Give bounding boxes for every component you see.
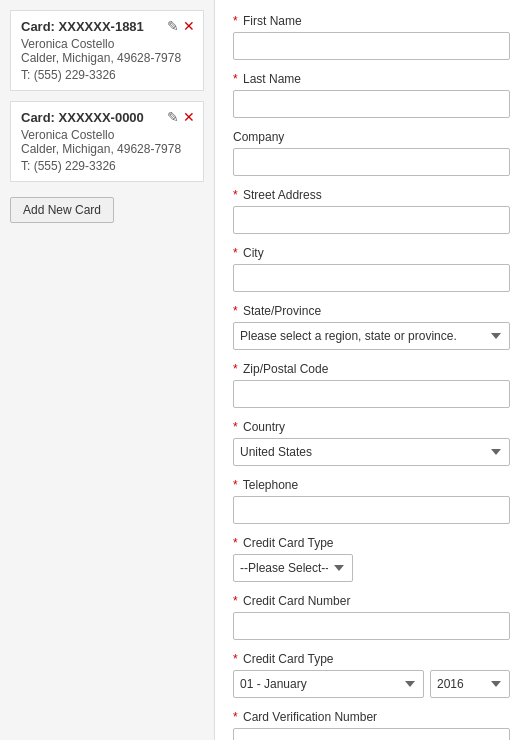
zip-input[interactable]	[233, 380, 510, 408]
expiry-row: 01 - January 02 - February 03 - March 04…	[233, 670, 510, 698]
credit-card-type-group: * Credit Card Type --Please Select-- Vis…	[233, 536, 510, 582]
credit-card-type-select[interactable]: --Please Select-- Visa MasterCard Americ…	[233, 554, 353, 582]
state-province-label: * State/Province	[233, 304, 510, 318]
card-item: Card: XXXXXX-0000 Veronica Costello Cald…	[10, 101, 204, 182]
card-item: Card: XXXXXX-1881 Veronica Costello Cald…	[10, 10, 204, 91]
last-name-label: * Last Name	[233, 72, 510, 86]
city-label: * City	[233, 246, 510, 260]
cvv-label: * Card Verification Number	[233, 710, 510, 724]
required-star: *	[233, 362, 238, 376]
street-address-group: * Street Address	[233, 188, 510, 234]
street-address-input[interactable]	[233, 206, 510, 234]
company-input[interactable]	[233, 148, 510, 176]
telephone-label: * Telephone	[233, 478, 510, 492]
expiry-month-select[interactable]: 01 - January 02 - February 03 - March 04…	[233, 670, 424, 698]
expiry-group: * Credit Card Type 01 - January 02 - Feb…	[233, 652, 510, 698]
state-province-select[interactable]: Please select a region, state or provinc…	[233, 322, 510, 350]
country-label: * Country	[233, 420, 510, 434]
required-star: *	[233, 304, 238, 318]
card-phone: T: (555) 229-3326	[21, 159, 193, 173]
street-address-label: * Street Address	[233, 188, 510, 202]
add-new-card-button[interactable]: Add New Card	[10, 197, 114, 223]
required-star: *	[233, 652, 238, 666]
card-actions: ✎ ✕	[167, 19, 195, 33]
zip-label: * Zip/Postal Code	[233, 362, 510, 376]
city-input[interactable]	[233, 264, 510, 292]
card-address: Calder, Michigan, 49628-7978	[21, 51, 193, 65]
country-select[interactable]: United States Canada United Kingdom Aust…	[233, 438, 510, 466]
card-holder-name: Veronica Costello	[21, 128, 193, 142]
credit-card-type-select-wrapper: --Please Select-- Visa MasterCard Americ…	[233, 554, 510, 582]
card-holder-name: Veronica Costello	[21, 37, 193, 51]
last-name-input[interactable]	[233, 90, 510, 118]
required-star: *	[233, 536, 238, 550]
required-star: *	[233, 594, 238, 608]
country-group: * Country United States Canada United Ki…	[233, 420, 510, 466]
cvv-group: * Card Verification Number	[233, 710, 510, 740]
credit-card-number-group: * Credit Card Number	[233, 594, 510, 640]
expiry-label: * Credit Card Type	[233, 652, 510, 666]
card-actions: ✎ ✕	[167, 110, 195, 124]
city-group: * City	[233, 246, 510, 292]
credit-card-number-input[interactable]	[233, 612, 510, 640]
edit-card-button[interactable]: ✎	[167, 19, 179, 33]
zip-group: * Zip/Postal Code	[233, 362, 510, 408]
company-group: Company	[233, 130, 510, 176]
company-label: Company	[233, 130, 510, 144]
first-name-group: * First Name	[233, 14, 510, 60]
last-name-group: * Last Name	[233, 72, 510, 118]
required-star: *	[233, 420, 238, 434]
required-star: *	[233, 710, 238, 724]
delete-card-button[interactable]: ✕	[183, 19, 195, 33]
required-star: *	[233, 246, 238, 260]
form-panel: * First Name * Last Name Company * Stree…	[215, 0, 528, 740]
credit-card-type-label: * Credit Card Type	[233, 536, 510, 550]
card-phone: T: (555) 229-3326	[21, 68, 193, 82]
credit-card-number-label: * Credit Card Number	[233, 594, 510, 608]
expiry-year-wrapper: 2016 2017 2018 2019 2020 2021 2022 2023 …	[430, 670, 510, 698]
card-address: Calder, Michigan, 49628-7978	[21, 142, 193, 156]
first-name-label: * First Name	[233, 14, 510, 28]
telephone-input[interactable]	[233, 496, 510, 524]
sidebar: Card: XXXXXX-1881 Veronica Costello Cald…	[0, 0, 215, 740]
telephone-group: * Telephone	[233, 478, 510, 524]
edit-card-button[interactable]: ✎	[167, 110, 179, 124]
expiry-year-select[interactable]: 2016 2017 2018 2019 2020 2021 2022 2023 …	[430, 670, 510, 698]
required-star: *	[233, 478, 238, 492]
first-name-input[interactable]	[233, 32, 510, 60]
required-star: *	[233, 72, 238, 86]
country-select-wrapper: United States Canada United Kingdom Aust…	[233, 438, 510, 466]
cvv-input[interactable]	[233, 728, 510, 740]
required-star: *	[233, 188, 238, 202]
expiry-month-wrapper: 01 - January 02 - February 03 - March 04…	[233, 670, 424, 698]
delete-card-button[interactable]: ✕	[183, 110, 195, 124]
state-province-group: * State/Province Please select a region,…	[233, 304, 510, 350]
required-star: *	[233, 14, 238, 28]
state-select-wrapper: Please select a region, state or provinc…	[233, 322, 510, 350]
